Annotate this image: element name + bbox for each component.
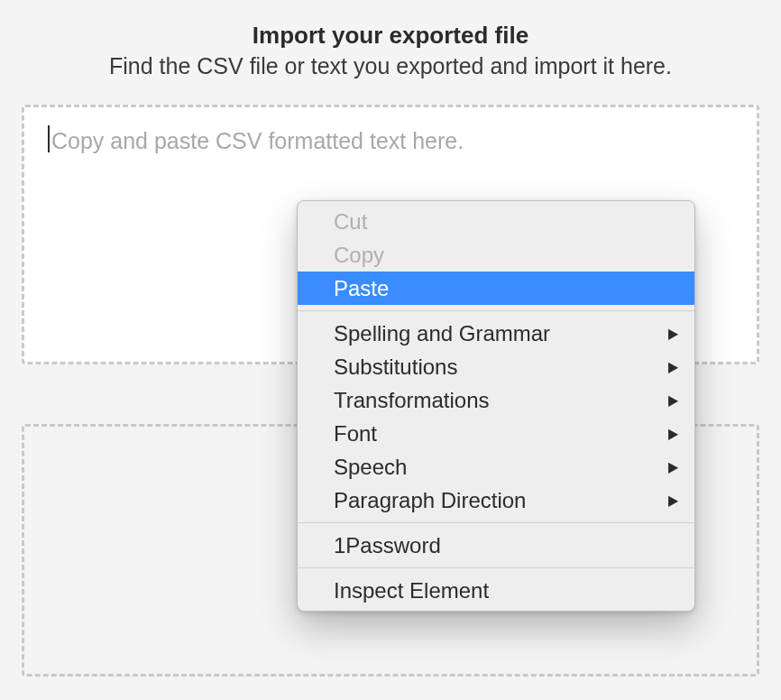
chevron-right-icon: ▶ (668, 493, 678, 508)
csv-textarea-placeholder: Copy and paste CSV formatted text here. (51, 128, 464, 153)
menu-item-inspect-element[interactable]: Inspect Element (298, 574, 694, 607)
menu-item-label: Transformations (334, 388, 490, 413)
menu-item-paste[interactable]: Paste (298, 272, 694, 305)
menu-item-speech[interactable]: Speech▶ (298, 450, 694, 484)
page-title: Import your exported file (22, 22, 759, 50)
menu-item-label: Paragraph Direction (334, 488, 526, 513)
menu-item-transformations[interactable]: Transformations▶ (298, 383, 694, 417)
chevron-right-icon: ▶ (668, 427, 678, 441)
menu-item-1password[interactable]: 1Password (298, 529, 694, 562)
menu-item-label: Inspect Element (334, 578, 489, 603)
menu-item-label: Paste (334, 276, 389, 301)
chevron-right-icon: ▶ (668, 460, 678, 474)
menu-item-substitutions[interactable]: Substitutions▶ (298, 350, 694, 383)
menu-item-label: Substitutions (334, 355, 457, 380)
menu-item-paragraph-direction[interactable]: Paragraph Direction▶ (298, 484, 694, 517)
menu-item-font[interactable]: Font▶ (298, 417, 694, 450)
chevron-right-icon: ▶ (668, 360, 678, 374)
menu-item-cut: Cut (298, 205, 694, 238)
menu-separator (298, 310, 694, 311)
page-header: Import your exported file Find the CSV f… (22, 22, 759, 79)
chevron-right-icon: ▶ (668, 393, 678, 408)
menu-item-label: Copy (334, 243, 384, 268)
chevron-right-icon: ▶ (668, 327, 678, 341)
import-page: Import your exported file Find the CSV f… (0, 0, 781, 700)
text-caret (48, 125, 50, 152)
menu-item-label: Speech (334, 455, 407, 480)
menu-separator (298, 567, 694, 568)
context-menu: CutCopyPasteSpelling and Grammar▶Substit… (297, 200, 695, 612)
page-subtitle: Find the CSV file or text you exported a… (22, 53, 759, 79)
menu-item-label: Font (334, 421, 377, 447)
menu-item-label: Spelling and Grammar (334, 321, 550, 346)
menu-item-spelling-and-grammar[interactable]: Spelling and Grammar▶ (298, 317, 694, 350)
menu-separator (298, 522, 694, 523)
menu-item-label: Cut (334, 209, 367, 235)
menu-item-copy: Copy (298, 238, 694, 272)
menu-item-label: 1Password (334, 533, 441, 558)
